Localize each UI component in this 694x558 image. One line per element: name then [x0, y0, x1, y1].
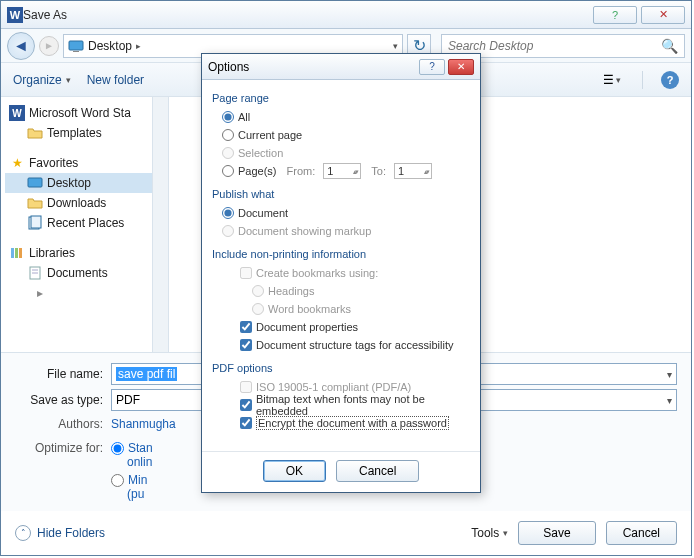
tree-label: Documents: [47, 266, 108, 280]
close-button[interactable]: ✕: [641, 6, 685, 24]
check-encrypt[interactable]: Encrypt the document with a password: [212, 414, 470, 432]
save-as-window: W Save As ? ✕ ◄ ► Desktop ▸ ▾ ↻ 🔍 Organi…: [0, 0, 692, 556]
authors-label: Authors:: [15, 417, 111, 431]
optimize-online-text: onlin: [111, 455, 153, 469]
page-range-group: Page range: [212, 92, 470, 104]
svg-text:W: W: [12, 108, 22, 119]
desktop-icon: [68, 38, 84, 54]
optimize-standard-radio[interactable]: Stan: [111, 441, 153, 455]
tools-menu[interactable]: Tools ▾: [471, 526, 508, 540]
svg-rect-11: [19, 248, 22, 258]
optimize-pub-text: (pu: [111, 487, 153, 501]
filename-value: save pdf fil: [116, 367, 177, 381]
options-dialog: Options ? ✕ Page range All Current page …: [201, 53, 481, 493]
options-footer: OK Cancel: [202, 451, 480, 492]
radio-document[interactable]: Document: [212, 204, 470, 222]
radio-selection: Selection: [212, 144, 470, 162]
options-help-button[interactable]: ?: [419, 59, 445, 75]
chevron-up-icon: ˄: [15, 525, 31, 541]
options-title: Options: [208, 60, 416, 74]
pdf-options-group: PDF options: [212, 362, 470, 374]
tree-label: Recent Places: [47, 216, 124, 230]
tree-item-documents[interactable]: Documents: [5, 263, 164, 283]
cancel-button[interactable]: Cancel: [606, 521, 677, 545]
options-body: Page range All Current page Selection Pa…: [202, 80, 480, 451]
tree-item-desktop[interactable]: Desktop: [5, 173, 164, 193]
separator: [642, 71, 643, 89]
hide-folders-button[interactable]: ˄ Hide Folders: [15, 525, 105, 541]
optimize-minimum-radio[interactable]: Min: [111, 473, 153, 487]
publish-what-group: Publish what: [212, 188, 470, 200]
radio-all[interactable]: All: [212, 108, 470, 126]
include-np-group: Include non-printing information: [212, 248, 470, 260]
to-label: To:: [371, 165, 386, 177]
save-button[interactable]: Save: [518, 521, 595, 545]
chevron-down-icon[interactable]: ▾: [393, 41, 398, 51]
check-doc-structure[interactable]: Document structure tags for accessibilit…: [212, 336, 470, 354]
optimize-label: Optimize for:: [15, 441, 111, 455]
check-bitmap[interactable]: Bitmap text when fonts may not be embedd…: [212, 396, 470, 414]
search-icon[interactable]: 🔍: [661, 38, 678, 54]
tree-scrollbar[interactable]: [152, 97, 168, 352]
from-spinner[interactable]: 1: [323, 163, 361, 179]
window-title: Save As: [23, 8, 589, 22]
options-cancel-button[interactable]: Cancel: [336, 460, 419, 482]
svg-rect-3: [73, 51, 79, 52]
footer: ˄ Hide Folders Tools ▾ Save Cancel: [1, 511, 691, 555]
view-menu[interactable]: ☰▾: [600, 69, 624, 91]
documents-icon: [27, 265, 43, 281]
svg-rect-10: [15, 248, 18, 258]
tree-item-word[interactable]: W Microsoft Word Sta: [5, 103, 164, 123]
organize-menu[interactable]: Organize ▾: [13, 73, 71, 87]
star-icon: ★: [9, 155, 25, 171]
svg-rect-2: [69, 41, 83, 50]
check-create-bookmarks: Create bookmarks using:: [212, 264, 470, 282]
tree-label: Downloads: [47, 196, 106, 210]
authors-value[interactable]: Shanmugha: [111, 417, 176, 431]
chevron-right-icon: ▸: [136, 41, 141, 51]
svg-rect-8: [31, 216, 41, 228]
word-icon: W: [7, 7, 23, 23]
to-spinner[interactable]: 1: [394, 163, 432, 179]
folder-icon: [27, 125, 43, 141]
breadcrumb-location: Desktop: [88, 39, 132, 53]
radio-current-page[interactable]: Current page: [212, 126, 470, 144]
nav-tree: W Microsoft Word Sta Templates ★ Favorit…: [1, 97, 169, 352]
svg-rect-6: [28, 178, 42, 187]
back-button[interactable]: ◄: [7, 32, 35, 60]
radio-headings: Headings: [212, 282, 470, 300]
tree-label: Templates: [47, 126, 102, 140]
tree-item-favorites[interactable]: ★ Favorites: [5, 153, 164, 173]
from-label: From:: [287, 165, 316, 177]
tree-label: Libraries: [29, 246, 75, 260]
libraries-icon: [9, 245, 25, 261]
desktop-icon: [27, 175, 43, 191]
savetype-value: PDF: [116, 393, 140, 407]
check-doc-properties[interactable]: Document properties: [212, 318, 470, 336]
titlebar: W Save As ? ✕: [1, 1, 691, 29]
tree-expand[interactable]: ▸: [5, 283, 164, 303]
options-ok-button[interactable]: OK: [263, 460, 326, 482]
savetype-label: Save as type:: [15, 393, 111, 407]
tree-label: Desktop: [47, 176, 91, 190]
tree-item-recent[interactable]: Recent Places: [5, 213, 164, 233]
filename-label: File name:: [15, 367, 111, 381]
help-button[interactable]: ?: [593, 6, 637, 24]
new-folder-button[interactable]: New folder: [87, 73, 144, 87]
help-icon[interactable]: ?: [661, 71, 679, 89]
tree-label: Favorites: [29, 156, 78, 170]
tree-item-libraries[interactable]: Libraries: [5, 243, 164, 263]
word-icon: W: [9, 105, 25, 121]
radio-doc-markup: Document showing markup: [212, 222, 470, 240]
options-titlebar: Options ? ✕: [202, 54, 480, 80]
tree-item-downloads[interactable]: Downloads: [5, 193, 164, 213]
radio-pages[interactable]: Page(s) From: 1 To: 1: [212, 162, 470, 180]
svg-text:W: W: [10, 9, 21, 21]
tree-item-templates[interactable]: Templates: [5, 123, 164, 143]
recent-icon: [27, 215, 43, 231]
search-input[interactable]: [448, 39, 661, 53]
folder-icon: [27, 195, 43, 211]
forward-button[interactable]: ►: [39, 36, 59, 56]
options-close-button[interactable]: ✕: [448, 59, 474, 75]
radio-word-bookmarks: Word bookmarks: [212, 300, 470, 318]
